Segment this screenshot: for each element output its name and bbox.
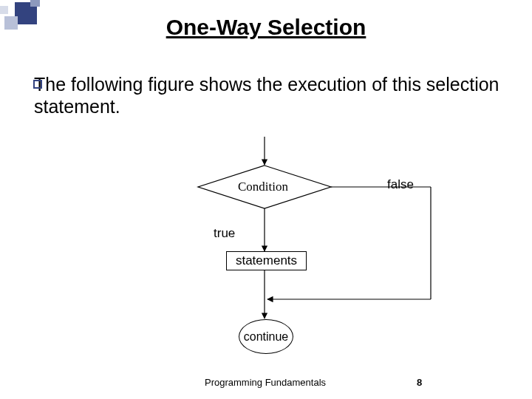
statements-box: statements (226, 251, 307, 270)
false-label: false (387, 177, 414, 192)
page-number: 8 (417, 377, 422, 388)
slide: One-Way Selection The following figure s… (0, 0, 532, 399)
continue-node: continue (239, 319, 293, 354)
true-label: true (214, 226, 235, 241)
condition-label: Condition (238, 180, 288, 194)
footer-text: Programming Fundamentals (205, 377, 326, 388)
